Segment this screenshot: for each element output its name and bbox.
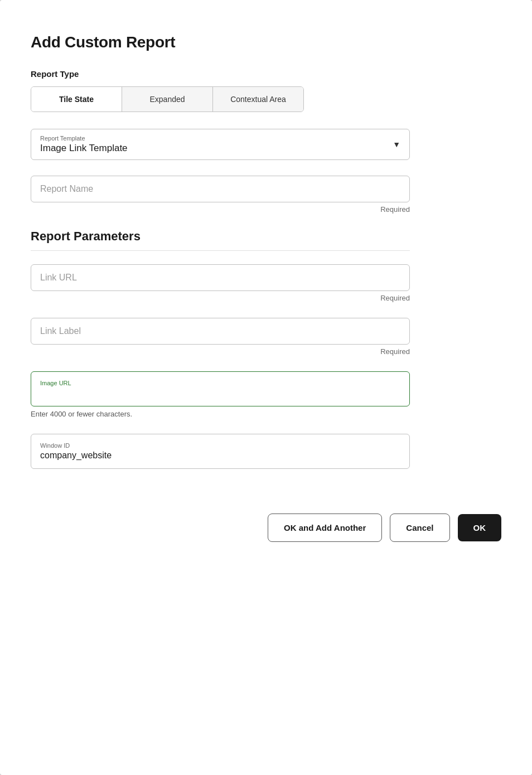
image-url-input[interactable]	[40, 388, 400, 398]
tab-expanded[interactable]: Expanded	[122, 87, 213, 112]
dialog-footer: OK and Add Another Cancel OK	[31, 502, 501, 542]
image-url-inner-label: Image URL	[40, 380, 400, 386]
link-label-required: Required	[31, 347, 410, 356]
report-template-inner-label: Report Template	[40, 135, 383, 142]
link-url-input[interactable]	[40, 273, 400, 283]
image-url-helper: Enter 4000 or fewer characters.	[31, 410, 501, 418]
chevron-down-icon: ▼	[393, 140, 400, 149]
ok-button[interactable]: OK	[458, 514, 502, 541]
image-url-field-group: Image URL Enter 4000 or fewer characters…	[31, 371, 501, 418]
report-parameters-title: Report Parameters	[31, 229, 501, 244]
section-divider	[31, 250, 410, 251]
cancel-button[interactable]: Cancel	[390, 514, 449, 542]
report-template-value: Image Link Template	[40, 143, 128, 153]
report-name-field-group: Required	[31, 176, 501, 214]
report-parameters-section: Report Parameters Required Required Imag…	[31, 229, 501, 469]
dialog-title: Add Custom Report	[31, 33, 501, 51]
report-type-tabs: Tile State Expanded Contextual Area	[31, 86, 304, 112]
add-custom-report-dialog: Add Custom Report Report Type Tile State…	[0, 0, 532, 775]
report-template-dropdown[interactable]: Report Template Image Link Template ▼	[31, 129, 410, 160]
report-template-field-group: Report Template Image Link Template ▼	[31, 129, 501, 160]
link-label-field-group: Required	[31, 318, 501, 356]
report-name-input[interactable]	[40, 184, 400, 194]
link-url-required: Required	[31, 294, 410, 302]
report-type-label: Report Type	[31, 69, 501, 79]
window-id-input-wrapper: Window ID	[31, 434, 410, 469]
link-label-input-wrapper	[31, 318, 410, 345]
ok-and-add-another-button[interactable]: OK and Add Another	[268, 514, 382, 542]
link-url-field-group: Required	[31, 264, 501, 302]
link-label-input[interactable]	[40, 326, 400, 336]
window-id-inner-label: Window ID	[40, 442, 400, 449]
image-url-input-wrapper: Image URL	[31, 371, 410, 406]
report-name-input-wrapper	[31, 176, 410, 202]
report-type-section: Report Type Tile State Expanded Contextu…	[31, 69, 501, 112]
tab-tile-state[interactable]: Tile State	[31, 87, 122, 112]
report-name-required: Required	[31, 205, 410, 214]
link-url-input-wrapper	[31, 264, 410, 291]
window-id-input[interactable]	[40, 451, 400, 461]
tab-contextual-area[interactable]: Contextual Area	[213, 87, 303, 112]
window-id-field-group: Window ID	[31, 434, 501, 469]
